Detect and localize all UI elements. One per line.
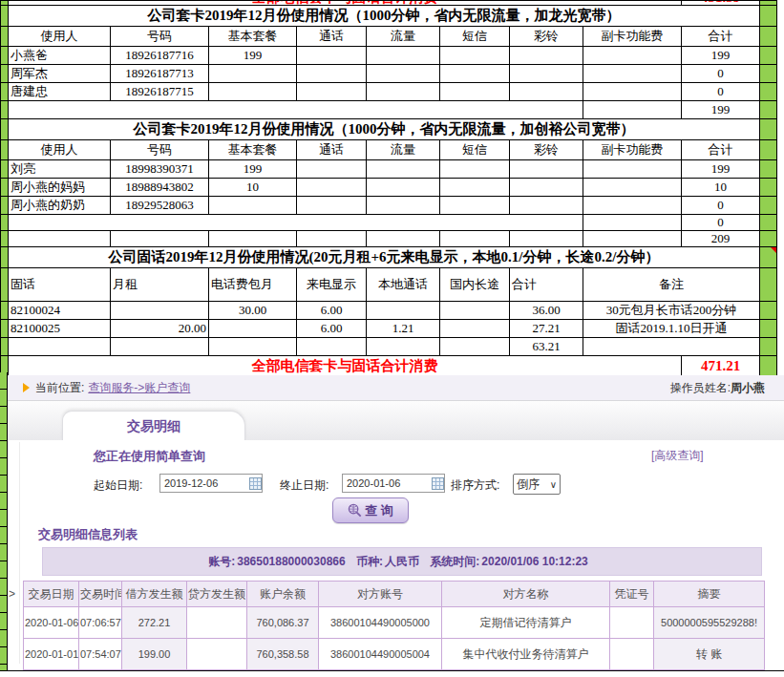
cell[interactable]: [440, 197, 510, 215]
end-date-input[interactable]: [342, 474, 445, 493]
col-header[interactable]: 来电显示: [297, 268, 367, 302]
calendar-icon[interactable]: [432, 477, 444, 490]
advanced-query-link[interactable]: [高级查询]: [651, 448, 704, 464]
col-header[interactable]: 国内长途: [440, 268, 510, 302]
cell-phone[interactable]: 18998390371: [111, 160, 209, 179]
cell-landline[interactable]: 82100025: [9, 320, 111, 338]
cell[interactable]: [297, 65, 367, 83]
cell[interactable]: [367, 302, 440, 320]
cell[interactable]: 199: [209, 160, 297, 179]
cell-user[interactable]: 刘亮: [9, 160, 111, 179]
breadcrumb-link[interactable]: 查询服务->账户查询: [88, 380, 190, 396]
cell-plan[interactable]: 199: [209, 47, 297, 65]
calendar-icon[interactable]: [249, 477, 262, 490]
cell[interactable]: [297, 197, 367, 215]
cell-blank[interactable]: [297, 231, 367, 247]
cell-user[interactable]: 唐建忠: [9, 83, 111, 101]
cell-phone[interactable]: 18988943802: [111, 179, 209, 197]
cell[interactable]: [209, 83, 297, 101]
col-header[interactable]: 电话费包月: [209, 268, 297, 302]
cell-total[interactable]: 199: [682, 160, 760, 179]
cell-phone[interactable]: 18926187713: [111, 65, 209, 83]
cell-total[interactable]: 27.21: [510, 320, 583, 338]
grand-total-value[interactable]: 471.21: [682, 356, 760, 377]
cell[interactable]: [209, 197, 297, 215]
cell-blank[interactable]: [209, 338, 297, 356]
cell[interactable]: [583, 197, 682, 215]
table2-total[interactable]: 209: [682, 231, 760, 247]
cell-blank[interactable]: [510, 231, 583, 247]
cell[interactable]: [297, 47, 367, 65]
col-header[interactable]: 基本套餐: [209, 27, 297, 47]
cell[interactable]: [510, 83, 583, 101]
cell-blank[interactable]: [9, 101, 583, 119]
tab-transaction-detail[interactable]: 交易明细: [62, 411, 245, 441]
cell[interactable]: 6.00: [297, 302, 367, 320]
cell-blank[interactable]: [9, 215, 583, 231]
cell[interactable]: [367, 47, 440, 65]
cell-user[interactable]: 周军杰: [9, 65, 111, 83]
search-button[interactable]: 查 询: [332, 497, 409, 523]
cell[interactable]: [111, 302, 209, 320]
table3-subtotal[interactable]: 63.21: [510, 338, 583, 356]
col-header[interactable]: 号码: [111, 140, 209, 160]
cell[interactable]: [510, 197, 583, 215]
cell[interactable]: 30.00: [209, 302, 297, 320]
sort-select[interactable]: 倒序 ∨: [513, 474, 561, 495]
cell-phone[interactable]: 18929528063: [111, 197, 209, 215]
cell-blank[interactable]: [9, 231, 111, 247]
col-header[interactable]: 月租: [111, 268, 209, 302]
col-header[interactable]: 使用人: [9, 140, 111, 160]
cell-blank[interactable]: [111, 338, 209, 356]
grand-total-label[interactable]: 全部电信套卡与固话合计消费: [9, 356, 682, 377]
col-header[interactable]: 号码: [111, 27, 209, 47]
cell[interactable]: 20.00: [111, 320, 209, 338]
cell-total[interactable]: 199: [682, 47, 760, 65]
cell-blank[interactable]: [367, 231, 440, 247]
cell[interactable]: [583, 47, 682, 65]
cell[interactable]: [440, 302, 510, 320]
cell-blank[interactable]: [583, 215, 682, 231]
cell[interactable]: [510, 179, 583, 197]
cell-blank[interactable]: [583, 231, 682, 247]
col-header[interactable]: 短信: [440, 27, 510, 47]
cell-blank[interactable]: [9, 338, 111, 356]
cell-user[interactable]: 周小燕的奶奶: [9, 197, 111, 215]
cell-total[interactable]: 0: [682, 197, 760, 215]
cell[interactable]: [209, 320, 297, 338]
cell-blank[interactable]: [440, 231, 510, 247]
col-header[interactable]: 基本套餐: [209, 140, 297, 160]
cell[interactable]: 1.21: [367, 320, 440, 338]
cell[interactable]: [367, 160, 440, 179]
col-header[interactable]: 本地通话: [367, 268, 440, 302]
col-header[interactable]: 固话: [9, 268, 111, 302]
cell-blank[interactable]: [111, 231, 209, 247]
col-header[interactable]: 短信: [440, 140, 510, 160]
cell[interactable]: 6.00: [297, 320, 367, 338]
cell[interactable]: [440, 179, 510, 197]
col-header[interactable]: 副卡功能费: [583, 27, 682, 47]
cell-total[interactable]: 0: [682, 65, 760, 83]
col-header[interactable]: 使用人: [9, 27, 111, 47]
cell-blank[interactable]: [367, 338, 440, 356]
col-header[interactable]: 备注: [583, 268, 760, 302]
cell-blank[interactable]: [583, 101, 682, 119]
col-header[interactable]: 通话: [297, 27, 367, 47]
cell[interactable]: [367, 179, 440, 197]
cell[interactable]: [297, 83, 367, 101]
cell-note[interactable]: 固话2019.1.10日开通: [583, 320, 760, 338]
cell-blank[interactable]: [297, 338, 367, 356]
cell[interactable]: [297, 179, 367, 197]
cell-total[interactable]: 36.00: [510, 302, 583, 320]
cell-landline[interactable]: 82100024: [9, 302, 111, 320]
cell[interactable]: [510, 160, 583, 179]
cell-blank[interactable]: [440, 338, 510, 356]
cell-phone[interactable]: 18926187715: [111, 83, 209, 101]
cell[interactable]: [367, 197, 440, 215]
col-header[interactable]: 副卡功能费: [583, 140, 682, 160]
start-date-input[interactable]: [159, 474, 263, 493]
cell-user[interactable]: 周小燕的妈妈: [9, 179, 111, 197]
cell[interactable]: [440, 83, 510, 101]
col-header[interactable]: 流量: [367, 27, 440, 47]
cell[interactable]: [440, 47, 510, 65]
